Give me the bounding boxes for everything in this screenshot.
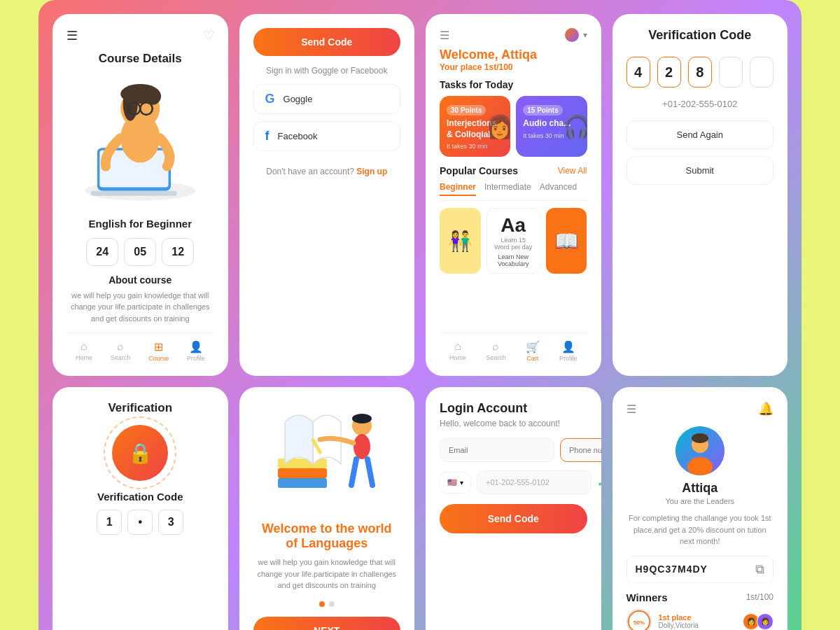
verification-card: Verification 🔒 Verification Code 1 • 3 (52, 387, 228, 630)
vocab-aa-text: Aa (500, 214, 526, 237)
phone-number-input[interactable] (560, 438, 601, 462)
profile-card: ☰ 🔔 Attiqa You a (612, 387, 788, 630)
flag-selector[interactable]: 🇺🇸 ▾ (440, 472, 471, 493)
about-text: we will help you gain knowledge that wil… (66, 290, 214, 325)
profile-name: Attiqa (626, 481, 774, 496)
svg-text:50%: 50% (633, 620, 644, 626)
google-signin-button[interactable]: G Goggle (253, 84, 401, 114)
winners-header: Winners 1st/100 (626, 592, 774, 603)
send-code-button[interactable]: Send Code (253, 28, 401, 56)
dash-home-icon: ⌂ (454, 340, 461, 353)
tab-beginner[interactable]: Beginner (440, 182, 476, 196)
lang-selector[interactable]: ▾ (565, 28, 587, 42)
google-label: Goggle (284, 94, 313, 104)
winner-1-place: 1st place (659, 613, 739, 622)
reading-img: 📖 (546, 208, 587, 274)
course-name: English for Beginner (66, 218, 214, 230)
heart-icon[interactable]: ♡ (203, 28, 214, 43)
nav-home[interactable]: ⌂ Home (76, 340, 92, 362)
flag-icon: 🇺🇸 (447, 478, 457, 487)
nav-search-label: Search (111, 354, 131, 361)
task1-img: 👩 (486, 113, 510, 140)
coupon-row: H9QC37M4DY ⧉ (626, 556, 774, 583)
congrats-text: For completing the challange you took 1s… (626, 512, 774, 547)
app-wrapper: ☰ ♡ Course Details (38, 0, 802, 630)
bell-icon[interactable]: 🔔 (758, 401, 774, 416)
svg-point-19 (352, 414, 372, 424)
dash-nav-home[interactable]: ⌂ Home (449, 340, 466, 362)
mini-code-1[interactable]: 1 (97, 510, 122, 535)
tab-advanced[interactable]: Advanced (540, 182, 577, 196)
nav-profile-label: Profile (187, 355, 205, 362)
task-cards-row: 30 Points Interjections & Colloqial It t… (440, 96, 587, 157)
verification-title: Verification (66, 401, 214, 415)
svg-point-17 (354, 434, 370, 459)
coupon-code: H9QC37M4DY (636, 564, 708, 575)
vocab-sub: Learn 15 Word per day (493, 237, 534, 251)
next-button[interactable]: NEXT (253, 617, 401, 630)
card-header: ☰ ♡ (66, 28, 214, 43)
hamburger-dash-icon[interactable]: ☰ (440, 29, 449, 42)
send-again-button[interactable]: Send Again (626, 120, 774, 149)
dot-1 (319, 601, 325, 607)
code-box-4[interactable] (719, 57, 743, 88)
nav-profile[interactable]: 👤 Profile (187, 340, 205, 362)
task1-time: It takes 30 min (447, 143, 503, 150)
course-card-vocab[interactable]: Aa Learn 15 Word per day Learn New Vocab… (486, 208, 540, 274)
nav-search[interactable]: ⌕ Search (111, 340, 131, 362)
avatar-wrap (626, 426, 774, 475)
tab-intermediate[interactable]: Intermediate (484, 182, 531, 196)
winner-1-avatars: 👩 👩 (746, 613, 774, 630)
no-account-text: Don't have an account? Sign up (253, 167, 401, 176)
hours-box: 24 (86, 238, 118, 266)
phone-row: 🇺🇸 ▾ ✓ (440, 470, 587, 494)
dash-profile-label: Profile (559, 355, 578, 362)
view-all-link[interactable]: View All (558, 166, 587, 176)
onboarding-card: Welcome to the world of Languages we wil… (239, 387, 415, 630)
svg-point-23 (692, 433, 708, 443)
code-box-5[interactable] (750, 57, 774, 88)
code-box-3[interactable]: 8 (688, 57, 712, 88)
phone-input-field[interactable] (477, 470, 592, 494)
course-card-reading[interactable]: 📖 Reading Writing (546, 208, 587, 274)
course-image-area (66, 74, 214, 209)
copy-icon[interactable]: ⧉ (755, 562, 764, 577)
signup-link[interactable]: Sign up (356, 167, 387, 176)
mini-code-3[interactable]: 3 (158, 510, 183, 535)
minutes-box: 05 (124, 238, 156, 266)
verification-code-card: Verification Code 4 2 8 +01-202-555-0102… (612, 14, 788, 376)
bottom-nav: ⌂ Home ⌕ Search ⊞ Course 👤 Profile (66, 332, 214, 362)
mini-code-boxes: 1 • 3 (66, 510, 214, 535)
course-tabs: Beginner Intermediate Advanced (440, 182, 587, 201)
verif-code-title: Verification Code (66, 491, 214, 503)
task-card-2[interactable]: 15 Points Audio cha... It takes 30 min 🎧 (516, 96, 587, 157)
course-details-card: ☰ ♡ Course Details (52, 14, 228, 376)
onboarding-dots (319, 601, 335, 607)
seconds-box: 12 (162, 238, 194, 266)
email-input[interactable] (440, 438, 554, 462)
onboarding-title: Welcome to the world of Languages (262, 522, 392, 551)
login-card: Login Account Hello, welcome back to acc… (426, 387, 601, 630)
dash-nav-cart[interactable]: 🛒 Cart (526, 340, 540, 362)
course-card-conversations[interactable]: 👫 Daily English conversations (440, 208, 481, 274)
submit-button[interactable]: Submit (626, 156, 774, 185)
dash-search-label: Search (486, 354, 506, 361)
hamburger-profile-icon[interactable]: ☰ (626, 402, 636, 416)
nav-course[interactable]: ⊞ Course (148, 340, 169, 362)
task-card-1[interactable]: 30 Points Interjections & Colloqial It t… (440, 96, 510, 157)
dash-home-label: Home (449, 354, 466, 361)
dash-nav-profile[interactable]: 👤 Profile (559, 340, 578, 362)
facebook-signin-button[interactable]: f Facebook (253, 121, 401, 151)
verif-title: Verification Code (626, 28, 774, 43)
winner-row-1: 50% 1st place Dolly,Victoria 👩 👩 (626, 609, 774, 630)
winner-rank-1: 50% (626, 609, 652, 630)
login-send-code-button[interactable]: Send Code (440, 504, 587, 533)
hamburger-icon[interactable]: ☰ (66, 28, 78, 43)
code-box-2[interactable]: 2 (657, 57, 681, 88)
code-box-1[interactable]: 4 (626, 57, 650, 88)
dash-nav-search[interactable]: ⌕ Search (486, 340, 506, 362)
home-icon: ⌂ (80, 340, 88, 353)
mini-code-2[interactable]: • (127, 510, 153, 535)
profile-nav-icon: 👤 (189, 340, 203, 354)
onboarding-highlight: Languages (301, 536, 368, 550)
